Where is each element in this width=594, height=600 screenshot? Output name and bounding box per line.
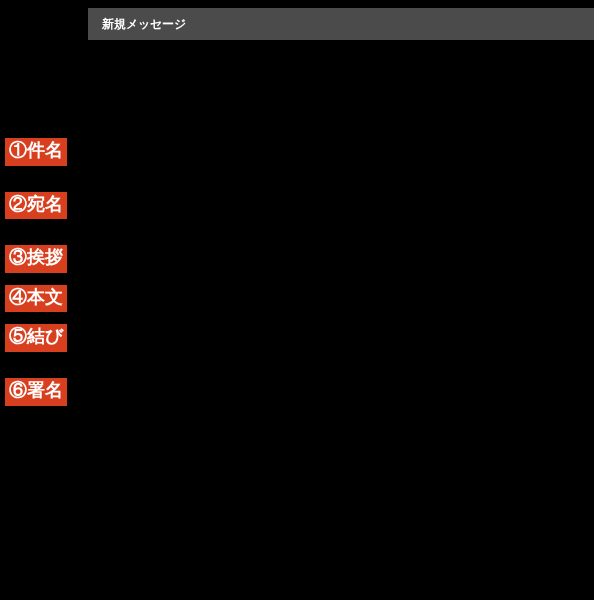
section-labels: ①件名 ②宛名 ③挨拶 ④本文 ⑤結び ⑥署名 xyxy=(5,138,67,406)
label-closing: ⑤結び xyxy=(5,324,67,352)
label-subject: ①件名 xyxy=(5,138,67,166)
label-greeting: ③挨拶 xyxy=(5,245,67,273)
label-signature: ⑥署名 xyxy=(5,378,67,406)
compose-header: 新規メッセージ xyxy=(88,8,594,40)
compose-title: 新規メッセージ xyxy=(102,16,186,33)
label-body: ④本文 xyxy=(5,285,67,313)
label-recipient: ②宛名 xyxy=(5,192,67,220)
